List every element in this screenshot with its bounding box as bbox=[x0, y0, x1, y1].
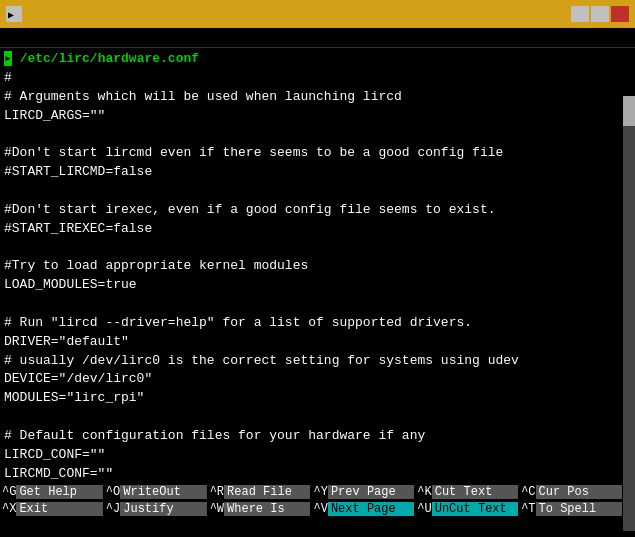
editor-line: # usually /dev/lirc0 is the correct sett… bbox=[4, 352, 631, 371]
editor-line bbox=[4, 238, 631, 257]
help-label[interactable]: UnCut Text bbox=[432, 502, 518, 516]
help-key: ^U bbox=[415, 502, 431, 516]
help-cell: ^X Exit bbox=[0, 502, 103, 516]
editor-wrapper: ▸ /etc/lirc/hardware.conf## Arguments wh… bbox=[0, 48, 635, 483]
maximize-button[interactable] bbox=[591, 6, 609, 22]
editor-line: DRIVER="default" bbox=[4, 333, 631, 352]
terminal-icon: ▶ bbox=[6, 6, 22, 22]
editor-line: LIRCD_ARGS="" bbox=[4, 107, 631, 126]
help-label[interactable]: Where Is bbox=[224, 502, 310, 516]
help-label[interactable]: Exit bbox=[16, 502, 102, 516]
help-cell: ^Y Prev Page bbox=[311, 485, 414, 499]
svg-text:▶: ▶ bbox=[8, 10, 14, 21]
help-cell: ^G Get Help bbox=[0, 485, 103, 499]
help-cell: ^T To Spell bbox=[519, 502, 622, 516]
editor-line: #Don't start lircmd even if there seems … bbox=[4, 144, 631, 163]
editor-line: LIRCMD_CONF="" bbox=[4, 465, 631, 483]
help-label[interactable]: Prev Page bbox=[328, 485, 414, 499]
help-cell: ^W Where Is bbox=[208, 502, 311, 516]
editor-line bbox=[4, 408, 631, 427]
help-key: ^G bbox=[0, 485, 16, 499]
editor-line: ▸ /etc/lirc/hardware.conf bbox=[4, 50, 631, 69]
help-cell: ^C Cur Pos bbox=[519, 485, 622, 499]
editor-line: # Arguments which will be used when laun… bbox=[4, 88, 631, 107]
help-bar-1: ^G Get Help^O WriteOut^R Read File^Y Pre… bbox=[0, 483, 623, 500]
minimize-button[interactable] bbox=[571, 6, 589, 22]
editor-line bbox=[4, 182, 631, 201]
nano-header bbox=[0, 28, 635, 48]
editor-line bbox=[4, 295, 631, 314]
editor-line: # Default configuration files for your h… bbox=[4, 427, 631, 446]
help-key: ^X bbox=[0, 502, 16, 516]
editor-line: MODULES="lirc_rpi" bbox=[4, 389, 631, 408]
editor-line: DEVICE="/dev/lirc0" bbox=[4, 370, 631, 389]
help-key: ^Y bbox=[311, 485, 327, 499]
scrollbar-thumb[interactable] bbox=[623, 96, 635, 126]
editor-line: #START_IREXEC=false bbox=[4, 220, 631, 239]
editor-line: #Don't start irexec, even if a good conf… bbox=[4, 201, 631, 220]
help-cell: ^K Cut Text bbox=[415, 485, 518, 499]
editor-line: # bbox=[4, 69, 631, 88]
help-key: ^R bbox=[208, 485, 224, 499]
editor-line bbox=[4, 125, 631, 144]
editor-line: LIRCD_CONF="" bbox=[4, 446, 631, 465]
help-key: ^J bbox=[104, 502, 120, 516]
help-label[interactable]: To Spell bbox=[536, 502, 622, 516]
editor-line: # Run "lircd --driver=help" for a list o… bbox=[4, 314, 631, 333]
help-label[interactable]: Justify bbox=[120, 502, 206, 516]
help-key: ^W bbox=[208, 502, 224, 516]
help-label[interactable]: Next Page bbox=[328, 502, 414, 516]
editor-line: #START_LIRCMD=false bbox=[4, 163, 631, 182]
help-key: ^O bbox=[104, 485, 120, 499]
window-controls[interactable] bbox=[571, 6, 629, 22]
help-key: ^V bbox=[311, 502, 327, 516]
help-key: ^C bbox=[519, 485, 535, 499]
editor[interactable]: ▸ /etc/lirc/hardware.conf## Arguments wh… bbox=[0, 48, 635, 483]
help-label[interactable]: Get Help bbox=[16, 485, 102, 499]
help-cell: ^O WriteOut bbox=[104, 485, 207, 499]
help-bar-2: ^X Exit^J Justify^W Where Is^V Next Page… bbox=[0, 500, 623, 517]
help-label[interactable]: Cur Pos bbox=[536, 485, 622, 499]
help-label[interactable]: Cut Text bbox=[432, 485, 518, 499]
help-cell: ^R Read File bbox=[208, 485, 311, 499]
editor-line: #Try to load appropriate kernel modules bbox=[4, 257, 631, 276]
scrollbar[interactable] bbox=[623, 96, 635, 531]
help-cell: ^J Justify bbox=[104, 502, 207, 516]
help-cell: ^U UnCut Text bbox=[415, 502, 518, 516]
titlebar-left: ▶ bbox=[6, 6, 22, 22]
help-label[interactable]: WriteOut bbox=[120, 485, 206, 499]
close-button[interactable] bbox=[611, 6, 629, 22]
help-key: ^K bbox=[415, 485, 431, 499]
help-label[interactable]: Read File bbox=[224, 485, 310, 499]
editor-line: LOAD_MODULES=true bbox=[4, 276, 631, 295]
titlebar: ▶ bbox=[0, 0, 635, 28]
help-key: ^T bbox=[519, 502, 535, 516]
help-cell: ^V Next Page bbox=[311, 502, 414, 516]
